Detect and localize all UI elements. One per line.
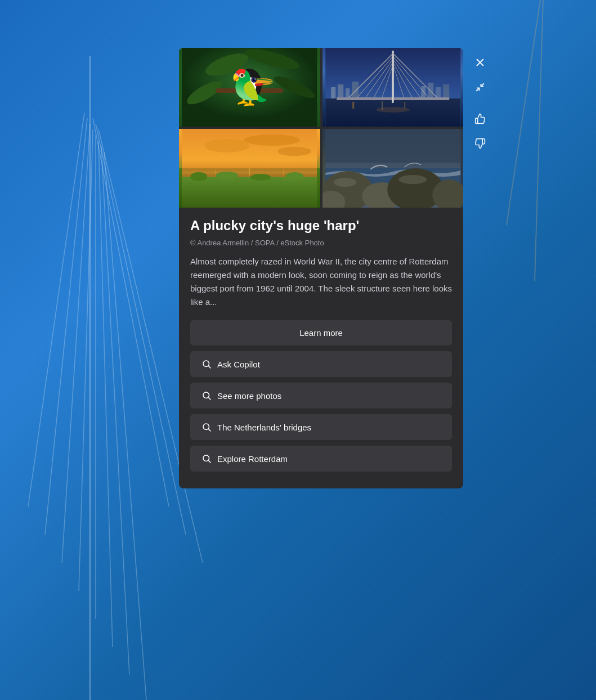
learn-more-button[interactable]: Learn more	[190, 320, 452, 345]
thumbs-up-icon	[474, 113, 486, 124]
explore-rotterdam-button[interactable]: Explore Rotterdam	[190, 446, 452, 472]
svg-rect-29	[331, 87, 335, 98]
panel-credit: © Andrea Armellin / SOPA / eStock Photo	[190, 239, 452, 247]
ask-copilot-button[interactable]: Ask Copilot	[190, 351, 452, 377]
search-icon-photos	[201, 391, 212, 401]
svg-point-63	[285, 172, 303, 180]
svg-rect-49	[352, 102, 354, 109]
svg-point-24	[252, 78, 256, 82]
svg-point-77	[203, 361, 209, 367]
svg-point-55	[244, 134, 300, 146]
svg-line-6	[101, 146, 129, 675]
svg-rect-68	[325, 129, 460, 163]
svg-point-79	[203, 392, 209, 398]
search-icon-rotterdam	[201, 454, 212, 464]
svg-rect-30	[338, 84, 343, 98]
svg-point-56	[277, 147, 311, 156]
svg-point-81	[203, 424, 209, 430]
svg-rect-51	[404, 102, 405, 109]
svg-rect-36	[443, 84, 449, 98]
svg-point-60	[190, 172, 207, 181]
panel-description: Almost completely razed in World War II,…	[190, 255, 452, 309]
svg-line-84	[208, 461, 210, 463]
svg-point-52	[376, 107, 410, 113]
svg-line-78	[208, 366, 210, 369]
photo-rocks[interactable]	[322, 129, 464, 208]
close-button[interactable]	[470, 52, 490, 73]
svg-line-2	[62, 124, 90, 563]
svg-point-54	[204, 139, 249, 152]
svg-rect-34	[428, 83, 433, 98]
panel-container: A plucky city's huge 'harp' © Andrea Arm…	[179, 48, 522, 488]
svg-point-76	[398, 175, 427, 184]
see-more-photos-label: See more photos	[217, 391, 281, 401]
svg-line-13	[535, 0, 543, 281]
collapse-button[interactable]	[470, 77, 490, 97]
netherlands-bridges-button[interactable]: The Netherlands' bridges	[190, 414, 452, 440]
svg-rect-32	[352, 82, 359, 98]
svg-point-75	[334, 178, 356, 187]
svg-point-62	[250, 174, 271, 181]
thumbs-down-icon	[474, 138, 486, 149]
svg-rect-59	[182, 177, 317, 208]
panel-title: A plucky city's huge 'harp'	[190, 217, 452, 234]
svg-line-5	[98, 141, 113, 647]
search-icon	[201, 359, 212, 369]
svg-line-3	[79, 129, 93, 591]
svg-line-80	[208, 398, 210, 400]
svg-line-0	[28, 113, 84, 506]
svg-point-61	[216, 172, 238, 180]
actions-container: Learn more Ask Copilot See more photos	[179, 320, 463, 472]
svg-point-26	[254, 79, 256, 80]
svg-point-25	[253, 79, 255, 81]
svg-rect-33	[421, 86, 425, 98]
see-more-photos-button[interactable]: See more photos	[190, 383, 452, 409]
search-icon-bridges	[201, 422, 212, 432]
explore-rotterdam-label: Explore Rotterdam	[217, 454, 288, 464]
photo-wetlands[interactable]	[179, 129, 320, 208]
sidebar-icons	[467, 48, 494, 488]
svg-point-21	[237, 69, 262, 100]
thumbs-up-button[interactable]	[470, 109, 490, 129]
ask-copilot-label: Ask Copilot	[217, 360, 260, 369]
svg-line-9	[93, 118, 169, 506]
photo-bridge[interactable]	[322, 48, 464, 127]
photo-toucan[interactable]	[179, 48, 320, 127]
collapse-icon	[475, 82, 485, 92]
thumbs-down-button[interactable]	[470, 133, 490, 154]
svg-line-10	[96, 124, 186, 535]
svg-line-1	[45, 118, 87, 535]
close-icon	[475, 57, 485, 68]
svg-point-83	[203, 455, 209, 461]
svg-rect-20	[216, 88, 283, 93]
main-panel: A plucky city's huge 'harp' © Andrea Arm…	[179, 48, 463, 488]
svg-line-7	[104, 152, 146, 700]
netherlands-bridges-label: The Netherlands' bridges	[217, 423, 311, 432]
svg-rect-48	[337, 97, 449, 100]
panel-content: A plucky city's huge 'harp' © Andrea Arm…	[179, 208, 463, 309]
photo-grid	[179, 48, 463, 208]
svg-point-23	[251, 77, 257, 83]
svg-point-22	[243, 77, 256, 95]
svg-line-82	[208, 429, 210, 432]
